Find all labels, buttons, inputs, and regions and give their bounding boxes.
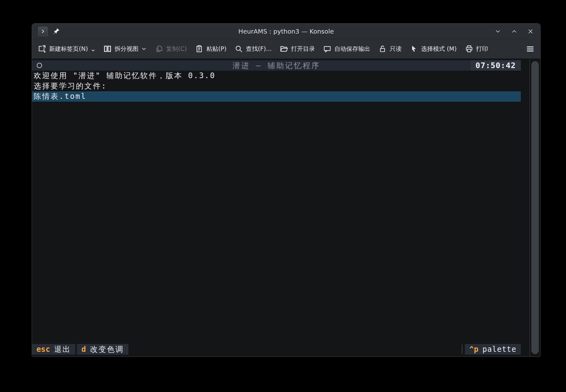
hint-label: 退出 (54, 344, 71, 354)
print-label: 打印 (476, 45, 488, 53)
paste-label: 粘贴(P) (206, 45, 226, 53)
print-button[interactable]: 打印 (465, 45, 488, 53)
split-view-button[interactable]: 拆分视图 (103, 45, 147, 53)
hint-esc-quit[interactable]: esc 退出 (32, 344, 75, 355)
select-mode-label: 选择模式 (M) (421, 45, 456, 53)
read-only-button[interactable]: 只读 (378, 45, 402, 53)
hint-label: palette (482, 345, 516, 354)
output-bubble-icon (323, 45, 332, 53)
tui-app-title: 潜进 – 辅助记忆程序 (233, 61, 320, 71)
new-tab-button[interactable]: 新建标签页(N) (38, 45, 95, 53)
find-button[interactable]: 查找(F)... (234, 45, 272, 53)
select-cursor-icon (410, 45, 418, 53)
copy-label: 复制(C) (166, 45, 187, 53)
tui-header-bar: 潜进 – 辅助记忆程序 07:50:42 (32, 60, 521, 71)
titlebar: HeurAMS : python3 — Konsole (32, 24, 540, 39)
copy-icon (155, 45, 163, 53)
expand-toolbox-button[interactable] (38, 27, 48, 36)
status-circle-icon (37, 63, 42, 68)
open-directory-button[interactable]: 打开目录 (280, 45, 315, 53)
autosave-output-label: 自动保存输出 (334, 45, 370, 53)
prompt-line: 选择要学习的文件: (32, 81, 521, 91)
copy-button: 复制(C) (155, 45, 187, 53)
hint-key: ^p (469, 345, 478, 354)
scrollbar-gutter (521, 59, 540, 357)
close-button[interactable] (527, 28, 534, 35)
open-directory-label: 打开目录 (291, 45, 315, 53)
footer-divider (462, 345, 462, 354)
pin-icon[interactable] (53, 28, 60, 35)
split-view-label: 拆分视图 (115, 45, 138, 53)
read-only-label: 只读 (390, 45, 402, 53)
dropdown-chevron-icon (91, 48, 95, 52)
terminal-view[interactable]: 潜进 – 辅助记忆程序 07:50:42 欢迎使用 "潜进" 辅助记忆软件，版本… (32, 59, 540, 357)
tui-footer-bar: esc 退出 d 改变色调 ^p palette (32, 344, 521, 355)
overflow-menu-button[interactable] (526, 45, 535, 53)
hamburger-menu-icon (526, 45, 535, 53)
open-folder-icon (280, 45, 288, 53)
maximize-button[interactable] (511, 28, 518, 35)
new-tab-icon (38, 45, 46, 53)
chevron-right-icon (40, 29, 46, 34)
new-tab-label: 新建标签页(N) (49, 45, 88, 53)
select-mode-button[interactable]: 选择模式 (M) (410, 45, 456, 53)
hint-d-change-theme[interactable]: d 改变色调 (77, 344, 128, 355)
hint-key: d (81, 345, 86, 354)
find-label: 查找(F)... (246, 45, 272, 53)
scrollbar-track (530, 59, 530, 357)
hint-label: 改变色调 (90, 344, 124, 354)
paste-icon (195, 45, 203, 53)
file-list-item-selected[interactable]: 陈情表.toml (32, 91, 521, 102)
lock-open-icon (378, 45, 387, 53)
window-title: HeurAMS : python3 — Konsole (238, 28, 334, 35)
main-toolbar: 新建标签页(N) 拆分视图 复制(C) 粘贴(P) (32, 39, 540, 59)
search-icon (234, 45, 243, 53)
konsole-window: HeurAMS : python3 — Konsole 新建标签页(N) (32, 23, 541, 357)
dropdown-chevron-icon (141, 46, 147, 51)
split-view-icon (103, 45, 112, 53)
autosave-output-button[interactable]: 自动保存输出 (323, 45, 370, 53)
printer-icon (465, 45, 473, 53)
welcome-line: 欢迎使用 "潜进" 辅助记忆软件，版本 0.3.0 (32, 71, 521, 81)
hint-ctrl-p-palette[interactable]: ^p palette (465, 344, 521, 355)
paste-button[interactable]: 粘贴(P) (195, 45, 226, 53)
scrollbar-thumb[interactable] (531, 61, 539, 354)
hint-key: esc (36, 345, 50, 354)
minimize-button[interactable] (494, 28, 501, 35)
tui-clock: 07:50:42 (471, 60, 521, 71)
